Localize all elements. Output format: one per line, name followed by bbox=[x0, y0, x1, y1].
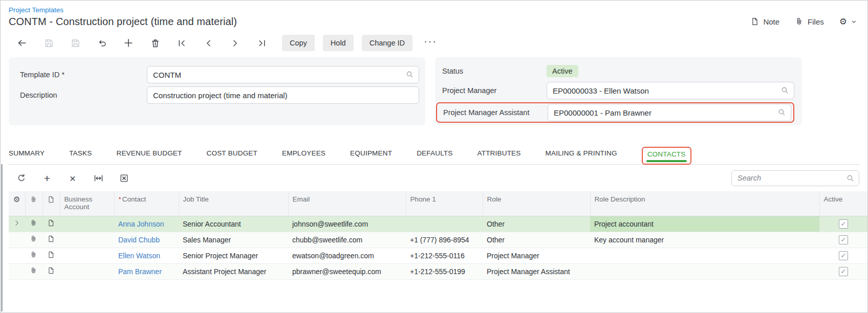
hold-button[interactable]: Hold bbox=[323, 35, 354, 51]
contact-row[interactable]: Anna Johnson Senior Accountant johnson@s… bbox=[9, 216, 867, 232]
project-manager-assistant-input[interactable] bbox=[548, 104, 791, 121]
business-account-cell[interactable] bbox=[60, 216, 114, 232]
contact-link[interactable]: David Chubb bbox=[118, 236, 160, 244]
row-expand-cell[interactable] bbox=[9, 216, 25, 232]
vertical-scrollbar[interactable] bbox=[1, 164, 3, 311]
contact-cell[interactable]: Anna Johnson bbox=[114, 216, 179, 232]
add-row-button[interactable]: + bbox=[34, 173, 60, 184]
active-checkbox[interactable]: ✓ bbox=[839, 267, 848, 276]
grid-search-input[interactable] bbox=[731, 170, 859, 186]
save-close-button[interactable] bbox=[35, 38, 62, 49]
active-cell[interactable]: ✓ bbox=[819, 263, 867, 279]
project-manager-input[interactable] bbox=[547, 82, 794, 99]
row-attachment-cell[interactable] bbox=[25, 232, 42, 248]
contact-link[interactable]: Anna Johnson bbox=[118, 220, 164, 228]
tab-contacts[interactable]: CONTACTS bbox=[642, 147, 691, 165]
role-cell[interactable]: Other bbox=[483, 232, 590, 248]
role-cell[interactable]: Project Manager Assistant bbox=[483, 263, 590, 279]
row-expand-cell[interactable] bbox=[9, 232, 25, 248]
email-cell[interactable]: chubb@sweetlife.com bbox=[288, 232, 406, 248]
column-header-phone[interactable]: Phone 1 bbox=[406, 191, 483, 216]
files-button[interactable]: Files bbox=[795, 17, 824, 26]
contact-link[interactable]: Ellen Watson bbox=[118, 252, 160, 260]
lookup-icon[interactable] bbox=[405, 70, 414, 81]
contact-cell[interactable]: Pam Brawner bbox=[114, 263, 179, 279]
tab-mailing-printing[interactable]: MAILING & PRINTING bbox=[546, 146, 617, 164]
business-account-cell[interactable] bbox=[60, 232, 114, 248]
active-cell[interactable]: ✓ bbox=[819, 248, 867, 263]
active-checkbox[interactable]: ✓ bbox=[839, 251, 848, 260]
copy-button[interactable]: Copy bbox=[282, 35, 315, 51]
column-header-business_account[interactable]: Business Account bbox=[60, 191, 114, 216]
breadcrumb[interactable]: Project Templates bbox=[9, 6, 63, 14]
tab-cost-budget[interactable]: COST BUDGET bbox=[207, 146, 257, 164]
phone-cell[interactable] bbox=[406, 216, 483, 232]
previous-record-button[interactable] bbox=[195, 38, 222, 49]
cancel-undo-button[interactable] bbox=[89, 38, 115, 49]
column-header-email[interactable]: Email bbox=[288, 191, 406, 216]
contact-row[interactable]: Pam Brawner Assistant Project Manager pb… bbox=[9, 263, 867, 279]
column-header-role_description[interactable]: Role Description bbox=[590, 191, 819, 216]
tab-defaults[interactable]: DEFAULTS bbox=[417, 146, 452, 164]
phone-cell[interactable]: +1-212-555-0116 bbox=[406, 248, 483, 263]
export-excel-button[interactable] bbox=[111, 173, 137, 183]
note-button[interactable]: Note bbox=[750, 17, 779, 26]
email-cell[interactable]: ewatson@toadgreen.com bbox=[288, 248, 406, 263]
row-attachment-cell[interactable] bbox=[25, 248, 42, 263]
description-input[interactable] bbox=[147, 86, 419, 104]
add-record-button[interactable] bbox=[115, 37, 142, 49]
settings-menu-button[interactable]: ⚙ bbox=[839, 17, 857, 26]
tab-attributes[interactable]: ATTRIBUTES bbox=[478, 146, 521, 164]
role-cell[interactable]: Other bbox=[483, 216, 590, 232]
tab-revenue-budget[interactable]: REVENUE BUDGET bbox=[116, 146, 182, 164]
tab-tasks[interactable]: TASKS bbox=[69, 146, 92, 164]
job-title-cell[interactable]: Sales Manager bbox=[179, 232, 288, 248]
more-actions-button[interactable]: ··· bbox=[424, 39, 437, 47]
back-button[interactable] bbox=[9, 37, 35, 49]
role-description-cell[interactable]: Key account manager bbox=[590, 232, 819, 248]
active-cell[interactable]: ✓ bbox=[819, 216, 867, 232]
phone-cell[interactable]: +1 (777) 896-8954 bbox=[406, 232, 483, 248]
job-title-cell[interactable]: Senior Project Manager bbox=[179, 248, 288, 263]
first-record-button[interactable] bbox=[168, 38, 195, 49]
contact-cell[interactable]: Ellen Watson bbox=[114, 248, 179, 263]
role-cell[interactable]: Project Manager bbox=[483, 248, 590, 263]
refresh-button[interactable] bbox=[9, 173, 34, 183]
change-id-button[interactable]: Change ID bbox=[362, 35, 413, 51]
tab-summary[interactable]: SUMMARY bbox=[9, 146, 45, 164]
job-title-cell[interactable]: Assistant Project Manager bbox=[179, 263, 288, 279]
active-cell[interactable]: ✓ bbox=[819, 232, 867, 248]
business-account-cell[interactable] bbox=[60, 263, 114, 279]
job-title-cell[interactable]: Senior Accountant bbox=[179, 216, 288, 232]
row-note-cell[interactable] bbox=[42, 216, 60, 232]
row-expand-cell[interactable] bbox=[9, 263, 25, 279]
row-attachment-cell[interactable] bbox=[25, 263, 42, 279]
contact-cell[interactable]: David Chubb bbox=[114, 232, 179, 248]
phone-cell[interactable]: +1-212-555-0199 bbox=[406, 263, 483, 279]
lookup-icon[interactable] bbox=[780, 86, 789, 97]
row-note-cell[interactable] bbox=[42, 263, 60, 279]
role-description-cell[interactable]: Project accountant bbox=[590, 216, 819, 232]
column-settings-header[interactable]: ⚙ bbox=[9, 191, 25, 216]
next-record-button[interactable] bbox=[222, 38, 248, 49]
column-header-job_title[interactable]: Job Title bbox=[179, 191, 288, 216]
search-icon[interactable] bbox=[846, 174, 855, 185]
delete-row-button[interactable]: × bbox=[60, 173, 85, 184]
save-button[interactable] bbox=[62, 38, 89, 49]
active-checkbox[interactable]: ✓ bbox=[839, 235, 848, 244]
last-record-button[interactable] bbox=[248, 38, 275, 49]
delete-record-button[interactable] bbox=[142, 38, 168, 49]
contact-link[interactable]: Pam Brawner bbox=[118, 267, 162, 276]
row-note-cell[interactable] bbox=[42, 232, 60, 248]
tab-employees[interactable]: EMPLOYEES bbox=[282, 146, 326, 164]
lookup-icon[interactable] bbox=[777, 108, 786, 119]
fit-width-button[interactable] bbox=[85, 173, 111, 184]
row-note-cell[interactable] bbox=[42, 248, 60, 263]
role-description-cell[interactable] bbox=[590, 263, 819, 279]
contact-row[interactable]: David Chubb Sales Manager chubb@sweetlif… bbox=[9, 232, 867, 248]
email-cell[interactable]: johnson@sweetlife.com bbox=[288, 216, 406, 232]
contact-row[interactable]: Ellen Watson Senior Project Manager ewat… bbox=[9, 248, 867, 263]
tab-equipment[interactable]: EQUIPMENT bbox=[350, 146, 392, 164]
business-account-cell[interactable] bbox=[60, 248, 114, 263]
row-attachment-cell[interactable] bbox=[25, 216, 42, 232]
